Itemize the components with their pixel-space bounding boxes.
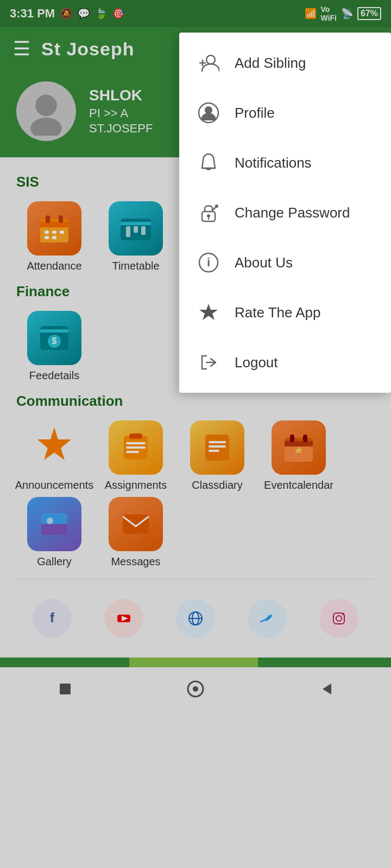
dropdown-add-sibling[interactable]: Add Sibling (179, 38, 391, 88)
assignments-icon-box (109, 420, 163, 475)
classdiary-label: Classdiary (192, 479, 242, 492)
avatar (16, 81, 76, 141)
instagram-icon[interactable] (319, 599, 358, 638)
rate-app-icon (195, 299, 222, 326)
attendance-item[interactable]: Attendance (16, 201, 92, 272)
svg-rect-44 (123, 514, 149, 534)
hamburger-menu-icon[interactable]: ☰ (13, 39, 30, 59)
social-row: f (16, 590, 375, 647)
announcements-icon-box (27, 420, 81, 475)
app-title: St Joseph (41, 39, 134, 60)
change-password-icon (195, 200, 222, 226)
dropdown-rate-the-app[interactable]: Rate The App (179, 288, 391, 337)
msg-icon: 💬 (78, 8, 90, 20)
comm-icons-row-1: Announcements Assignments (16, 420, 375, 492)
eventcalendar-item[interactable]: Eventcalendar (261, 420, 337, 492)
logout-icon (195, 349, 222, 375)
svg-rect-7 (45, 231, 49, 234)
communication-section: Communication Announcements (16, 393, 375, 568)
back-button[interactable] (312, 675, 339, 703)
wifi-icon: 📡 (341, 8, 353, 20)
svg-rect-28 (129, 433, 142, 439)
svg-rect-17 (141, 226, 146, 235)
about-us-label: About Us (235, 254, 293, 271)
dropdown-logout[interactable]: Logout (179, 337, 391, 387)
svg-rect-8 (52, 231, 56, 234)
user-class: PI >> A (89, 106, 153, 120)
signal-icon: 📶 (305, 8, 317, 20)
svg-point-58 (342, 613, 344, 615)
svg-point-70 (207, 214, 210, 218)
eventcalendar-icon-box (272, 420, 326, 475)
svg-rect-13 (121, 222, 151, 225)
svg-rect-37 (303, 435, 307, 442)
vowifi-icon: VoWiFi (321, 5, 337, 22)
gallery-item[interactable]: Gallery (16, 497, 92, 568)
dropdown-panel: Add Sibling Profile Notifications (179, 33, 391, 393)
svg-text:$: $ (52, 336, 57, 346)
classdiary-item[interactable]: Classdiary (179, 420, 255, 492)
timetable-icon-box (109, 201, 163, 256)
svg-point-61 (193, 686, 198, 692)
svg-rect-35 (285, 441, 313, 446)
svg-point-73 (215, 205, 218, 208)
comm-icons-row-2: Gallery Messages (16, 497, 375, 568)
svg-rect-36 (290, 435, 294, 442)
website-icon[interactable] (176, 599, 215, 638)
assignments-item[interactable]: Assignments (98, 420, 174, 492)
messages-item[interactable]: Messages (98, 497, 174, 568)
dropdown-notifications[interactable]: Notifications (179, 138, 391, 188)
bottom-nav (0, 667, 391, 711)
svg-rect-4 (40, 222, 68, 227)
svg-rect-32 (209, 450, 219, 452)
svg-marker-76 (199, 304, 218, 320)
timetable-label: Timetable (112, 260, 159, 272)
status-bar: 3:31 PM 🔕 💬 🍃 🎯 📶 VoWiFi 📡 67% (0, 0, 391, 27)
feedetails-item[interactable]: $ Feedetails (16, 311, 92, 382)
announcements-label: Announcements (15, 479, 94, 492)
messages-label: Messages (111, 556, 160, 568)
youtube-icon[interactable] (104, 599, 143, 638)
user-name: SHLOK (89, 87, 153, 104)
svg-rect-25 (126, 442, 146, 444)
svg-rect-11 (52, 236, 56, 239)
svg-rect-9 (60, 231, 64, 234)
dropdown-profile[interactable]: Profile (179, 88, 391, 138)
svg-rect-59 (60, 684, 71, 694)
bottom-green-bar (0, 658, 391, 667)
leaf-icon: 🍃 (95, 8, 107, 20)
svg-marker-62 (323, 684, 331, 694)
timetable-item[interactable]: Timetable (98, 201, 174, 272)
add-sibling-label: Add Sibling (235, 55, 306, 72)
svg-rect-27 (126, 451, 139, 453)
svg-text:i: i (207, 256, 210, 269)
target-icon: 🎯 (112, 8, 124, 20)
svg-point-43 (47, 518, 53, 524)
user-school: ST.JOSEPF (89, 122, 153, 136)
divider (16, 579, 375, 579)
svg-rect-15 (126, 226, 130, 237)
add-sibling-icon (195, 50, 222, 76)
about-us-icon: i (195, 250, 222, 276)
attendance-icon-box (27, 201, 81, 256)
gallery-label: Gallery (37, 556, 71, 568)
svg-text:f: f (50, 610, 55, 625)
eventcalendar-label: Eventcalendar (264, 479, 333, 492)
assignments-label: Assignments (105, 479, 167, 492)
home-button[interactable] (182, 675, 209, 703)
svg-rect-6 (59, 215, 63, 223)
feedetails-label: Feedetails (29, 369, 79, 382)
facebook-icon[interactable]: f (33, 599, 72, 638)
twitter-icon[interactable] (248, 599, 287, 638)
svg-rect-42 (41, 524, 67, 535)
stop-button[interactable] (52, 675, 79, 703)
attendance-label: Attendance (27, 260, 81, 272)
dropdown-change-password[interactable]: Change Password (179, 188, 391, 238)
profile-icon (195, 100, 222, 126)
announcements-item[interactable]: Announcements (16, 420, 92, 492)
dropdown-about-us[interactable]: i About Us (179, 238, 391, 288)
svg-rect-40 (41, 513, 67, 524)
gallery-icon-box (27, 497, 81, 551)
status-time: 3:31 PM (10, 7, 55, 21)
logout-label: Logout (235, 354, 278, 371)
